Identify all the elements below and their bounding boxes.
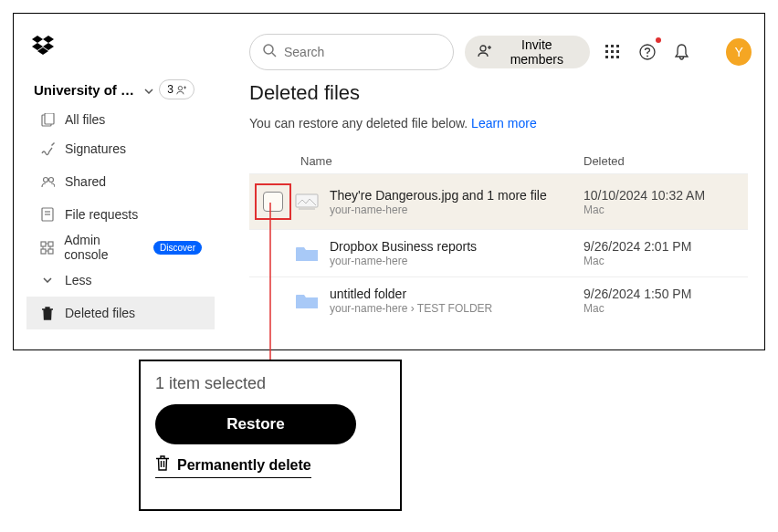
svg-rect-26 xyxy=(41,242,46,246)
files-icon xyxy=(39,113,56,127)
sidebar-item-admin-console[interactable]: Admin console Discover xyxy=(26,231,215,264)
sidebar-item-shared[interactable]: Shared xyxy=(26,165,215,198)
svg-rect-5 xyxy=(605,45,608,47)
svg-rect-7 xyxy=(616,45,619,47)
column-header-deleted[interactable]: Deleted xyxy=(584,154,748,168)
user-plus-icon xyxy=(478,44,491,60)
row-device: Mac xyxy=(584,255,748,267)
help-icon[interactable] xyxy=(636,39,659,65)
table-row[interactable]: untitled folder your-name-here › TEST FO… xyxy=(249,276,748,324)
sidebar-item-label: File requests xyxy=(65,207,138,222)
svg-point-21 xyxy=(43,177,47,182)
row-deleted-info: 10/10/2024 10:32 AM Mac xyxy=(584,188,748,216)
row-date: 9/26/2024 1:50 PM xyxy=(584,287,748,301)
sidebar-cut-top: All files xyxy=(26,112,215,132)
table-row[interactable]: Dropbox Business reports your-name-here … xyxy=(249,229,748,276)
team-selector[interactable]: University of H... 3 xyxy=(26,79,202,99)
invite-label: Invite members xyxy=(497,37,577,67)
sidebar-item-label: Admin console xyxy=(64,233,144,262)
svg-line-1 xyxy=(272,53,276,57)
sidebar-item-file-requests[interactable]: File requests xyxy=(26,198,215,231)
svg-rect-13 xyxy=(616,56,619,58)
shared-icon xyxy=(39,175,56,189)
svg-rect-9 xyxy=(611,50,614,53)
page-subtitle: You can restore any deleted file below. … xyxy=(249,116,748,130)
table-row[interactable]: They're Dangerous.jpg and 1 more file yo… xyxy=(249,173,748,229)
svg-rect-29 xyxy=(48,249,53,254)
selection-count: 1 item selected xyxy=(155,374,385,393)
checkbox-highlight xyxy=(255,183,291,220)
folder-icon xyxy=(295,291,319,311)
file-request-icon xyxy=(39,207,56,222)
row-owner: your-name-here xyxy=(330,255,584,267)
row-text: Dropbox Business reports your-name-here xyxy=(330,239,584,267)
dropbox-logo xyxy=(32,36,54,59)
sidebar-item-label: All files xyxy=(65,112,105,127)
row-deleted-info: 9/26/2024 1:50 PM Mac xyxy=(584,287,748,315)
app-window: Invite members Y University of H... 3 Al… xyxy=(13,13,765,350)
sidebar-item-label: Deleted files xyxy=(65,306,135,320)
sidebar-item-deleted-files[interactable]: Deleted files xyxy=(26,297,215,329)
column-header-name[interactable]: Name xyxy=(300,154,584,168)
row-name: untitled folder xyxy=(330,287,584,301)
trash-icon xyxy=(155,455,170,475)
svg-point-15 xyxy=(647,56,648,57)
svg-rect-34 xyxy=(296,194,318,207)
selection-callout: 1 item selected Restore Permanently dele… xyxy=(139,360,402,511)
sidebar: All files Signatures Shared File request… xyxy=(26,112,215,329)
discover-badge: Discover xyxy=(153,241,202,255)
svg-rect-28 xyxy=(41,249,46,254)
main-content: Deleted files You can restore any delete… xyxy=(249,81,748,324)
svg-point-2 xyxy=(480,46,486,51)
folder-icon xyxy=(295,244,319,264)
invite-members-button[interactable]: Invite members xyxy=(465,36,590,68)
learn-more-link[interactable]: Learn more xyxy=(471,116,537,130)
sidebar-item-label: Shared xyxy=(65,174,106,189)
chevron-down-icon xyxy=(39,277,56,283)
search-input[interactable] xyxy=(284,45,444,59)
row-name: Dropbox Business reports xyxy=(330,239,584,254)
row-text: untitled folder your-name-here › TEST FO… xyxy=(330,287,584,315)
admin-icon xyxy=(39,241,55,255)
row-owner: your-name-here xyxy=(330,203,584,216)
signature-icon xyxy=(39,142,56,156)
trash-icon xyxy=(39,307,56,320)
row-deleted-info: 9/26/2024 2:01 PM Mac xyxy=(584,239,748,267)
svg-rect-12 xyxy=(611,56,614,58)
chevron-down-icon xyxy=(144,81,153,98)
search-icon xyxy=(263,44,277,61)
restore-button[interactable]: Restore xyxy=(155,404,356,444)
row-date: 9/26/2024 2:01 PM xyxy=(584,239,748,254)
sidebar-item-less[interactable]: Less xyxy=(26,264,215,297)
team-name: University of H... xyxy=(34,82,139,98)
bell-icon[interactable] xyxy=(670,39,694,65)
search-box[interactable] xyxy=(249,34,454,70)
svg-rect-8 xyxy=(605,50,608,53)
svg-rect-11 xyxy=(605,56,608,58)
image-file-icon xyxy=(295,192,319,212)
table-header: Name Deleted xyxy=(249,149,748,173)
apps-grid-icon[interactable] xyxy=(601,39,625,65)
topbar: Invite members Y xyxy=(249,32,752,72)
svg-rect-20 xyxy=(45,113,54,124)
svg-point-0 xyxy=(264,45,273,54)
svg-point-16 xyxy=(178,86,182,89)
row-owner: your-name-here › TEST FOLDER xyxy=(330,302,584,315)
svg-point-22 xyxy=(48,177,53,182)
row-text: They're Dangerous.jpg and 1 more file yo… xyxy=(330,188,584,216)
sidebar-item-all-files[interactable]: All files xyxy=(26,112,215,132)
row-device: Mac xyxy=(584,203,748,216)
permanently-delete-button[interactable]: Permanently delete xyxy=(155,455,311,478)
sidebar-item-signatures[interactable]: Signatures xyxy=(26,132,215,165)
row-name: They're Dangerous.jpg and 1 more file xyxy=(330,188,584,203)
svg-rect-10 xyxy=(616,50,619,53)
sidebar-item-label: Signatures xyxy=(65,141,126,156)
member-count-badge: 3 xyxy=(159,79,194,99)
permanently-delete-label: Permanently delete xyxy=(177,457,311,474)
avatar[interactable]: Y xyxy=(726,38,752,66)
page-title: Deleted files xyxy=(249,81,748,105)
row-checkbox[interactable] xyxy=(263,192,283,212)
svg-rect-6 xyxy=(611,45,614,47)
row-device: Mac xyxy=(584,302,748,315)
sidebar-item-label: Less xyxy=(65,273,92,287)
